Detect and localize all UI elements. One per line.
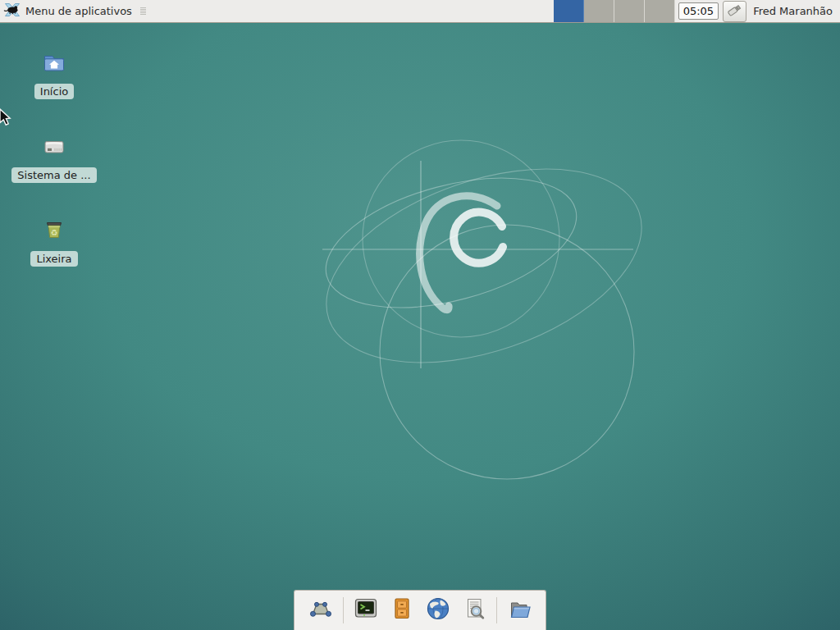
workspace-3[interactable]	[614, 0, 645, 22]
desktop-area[interactable]: Início Sistema de ...	[0, 24, 840, 630]
show-desktop-icon	[308, 596, 334, 625]
panel-right-area: 05:05 Fred Maranhão	[554, 0, 840, 22]
terminal-launcher[interactable]	[348, 593, 384, 628]
workspace-4[interactable]	[645, 0, 675, 22]
desktop-icon-label: Sistema de ...	[11, 167, 96, 183]
globe-icon	[425, 596, 451, 625]
applications-menu-label: Menu de aplicativos	[25, 5, 132, 17]
grip-icon	[139, 6, 147, 16]
launcher-dock	[294, 590, 546, 630]
desktop-icon-home[interactable]: Início	[7, 50, 102, 99]
filesystem-drive-icon	[41, 134, 67, 163]
workspace-2[interactable]	[584, 0, 614, 22]
debian-swirl-wallpaper	[0, 24, 840, 630]
desktop-icon-trash[interactable]: ♻ Lixeira	[7, 217, 102, 267]
home-folder-icon	[41, 50, 67, 80]
top-panel: Menu de aplicativos 05:05	[0, 0, 840, 23]
usb-drive-icon	[727, 2, 742, 21]
file-manager-launcher[interactable]	[501, 593, 537, 628]
trash-icon: ♻	[41, 217, 67, 247]
mouse-cursor-icon	[0, 108, 15, 130]
desktop-icon-label: Início	[34, 84, 74, 99]
workspace-switcher	[554, 0, 675, 22]
desktop-icon-label: Lixeira	[30, 251, 77, 267]
terminal-icon	[353, 596, 379, 625]
clock[interactable]: 05:05	[678, 2, 719, 20]
show-desktop-button[interactable]	[303, 593, 339, 628]
document-search-icon	[461, 596, 487, 625]
svg-text:♻: ♻	[51, 228, 58, 237]
web-browser-launcher[interactable]	[420, 593, 456, 628]
applications-menu-button[interactable]: Menu de aplicativos	[0, 0, 152, 22]
xfce-mouse-icon	[3, 1, 21, 21]
removable-media-button[interactable]	[723, 1, 746, 22]
desktop-screen: Menu de aplicativos 05:05	[0, 0, 840, 630]
file-cabinet-launcher[interactable]	[384, 593, 420, 628]
dock-separator	[496, 597, 497, 623]
workspace-1[interactable]	[554, 0, 584, 22]
app-finder-launcher[interactable]	[456, 593, 492, 628]
dock-separator	[343, 597, 344, 623]
file-cabinet-icon	[389, 596, 415, 625]
desktop-icon-filesystem[interactable]: Sistema de ...	[7, 134, 102, 183]
user-name[interactable]: Fred Maranhão	[753, 5, 833, 17]
open-folder-icon	[506, 596, 532, 625]
